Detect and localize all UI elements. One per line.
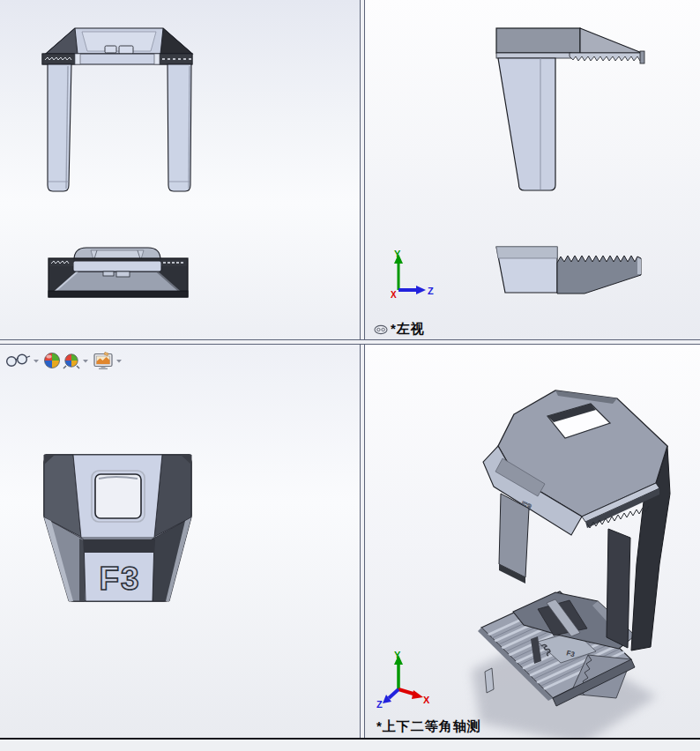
color-sphere-icon[interactable]	[45, 353, 60, 368]
leg-front-right	[607, 529, 630, 648]
glasses-icon[interactable]	[7, 354, 30, 366]
base-front-view-zoomed[interactable]: F3	[44, 455, 191, 601]
scene-ball-icon[interactable]	[63, 354, 79, 368]
orientation-triad: Y X Z	[376, 650, 430, 710]
top-slot	[119, 46, 133, 54]
axis-y-label: Y	[394, 249, 401, 259]
clamp-top-front-view[interactable]	[42, 28, 192, 191]
dark-band	[84, 539, 154, 553]
serrated-jaw	[570, 53, 644, 61]
view-orientation-label: *上下二等角轴测	[376, 718, 481, 735]
view-name-text: *左视	[391, 321, 425, 338]
viewport-bottom-left[interactable]: F3	[0, 345, 360, 738]
viewport-bottom-right[interactable]: F3 F3	[365, 345, 700, 738]
dropdown-caret-icon[interactable]	[83, 360, 88, 363]
viewport-canvas-top-left[interactable]	[0, 0, 360, 339]
viewport-splitter-vertical[interactable]	[360, 0, 365, 738]
viewport-canvas-bottom-right[interactable]: F3 F3	[365, 345, 700, 738]
cad-multi-viewport: Y Z X *左视	[0, 0, 700, 751]
viewport-top-right[interactable]: Y Z X *左视	[365, 0, 700, 339]
leg-right	[168, 64, 191, 191]
status-strip	[0, 740, 700, 751]
viewport-canvas-bottom-left[interactable]: F3	[0, 345, 360, 738]
view-orientation-label: *左视	[374, 321, 425, 338]
view-name-text: *上下二等角轴测	[376, 718, 481, 735]
dropdown-caret-icon[interactable]	[34, 360, 39, 363]
viewport-top-left[interactable]	[0, 0, 360, 339]
base-side-view[interactable]	[496, 247, 641, 294]
heads-up-toolbar	[4, 349, 136, 372]
square-hole	[95, 474, 141, 518]
axis-x-label: X	[391, 290, 397, 300]
axis-z-label: Z	[376, 699, 383, 710]
top-slot	[105, 46, 116, 53]
serrated-base-jaw	[557, 256, 641, 294]
multi-view-badge-icon	[374, 324, 388, 335]
orientation-triad: Y Z X	[391, 249, 434, 300]
monitor-icon[interactable]	[94, 353, 112, 370]
engraved-part-label: F3	[99, 561, 140, 597]
axis-y-label: Y	[394, 650, 401, 660]
clamp-top-side-view[interactable]	[496, 28, 644, 190]
dropdown-caret-icon[interactable]	[116, 360, 122, 363]
leg-front-left	[499, 494, 529, 577]
base-front-view[interactable]	[48, 248, 188, 297]
axis-z-label: Z	[428, 286, 434, 296]
leg-profile	[498, 58, 555, 190]
viewport-canvas-top-right[interactable]: Y Z X	[365, 0, 700, 339]
axis-x-label: X	[423, 695, 430, 705]
viewport-splitter-horizontal[interactable]	[0, 339, 700, 345]
